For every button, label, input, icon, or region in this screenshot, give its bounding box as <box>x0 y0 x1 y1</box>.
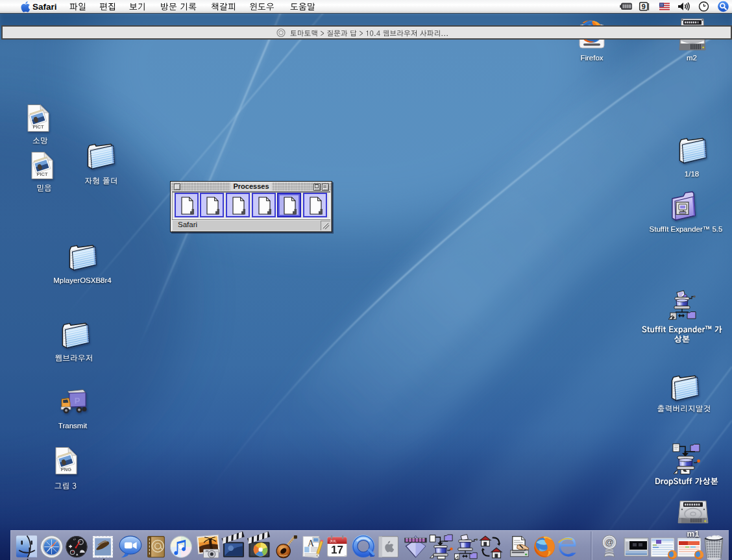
svg-text:PICT: PICT <box>36 171 48 177</box>
svg-text:1/18: 1/18 <box>685 170 699 178</box>
svg-text:PICT: PICT <box>32 124 44 130</box>
svg-text:Firefox: Firefox <box>580 54 603 62</box>
svg-text:Transmit: Transmit <box>58 422 88 430</box>
svg-text:StuffIt Expander™ 5.5: StuffIt Expander™ 5.5 <box>650 225 723 233</box>
svg-text:PNG: PNG <box>61 467 71 472</box>
svg-text:P: P <box>75 396 80 406</box>
svg-text:JUL: JUL <box>330 539 337 543</box>
svg-text:m2: m2 <box>687 54 697 62</box>
svg-text:9: 9 <box>642 3 646 10</box>
svg-text:17: 17 <box>331 544 343 556</box>
svg-text:MplayerOSXB8r4: MplayerOSXB8r4 <box>53 276 112 284</box>
svg-text:@: @ <box>605 537 614 547</box>
svg-text:Safari: Safari <box>32 2 57 12</box>
